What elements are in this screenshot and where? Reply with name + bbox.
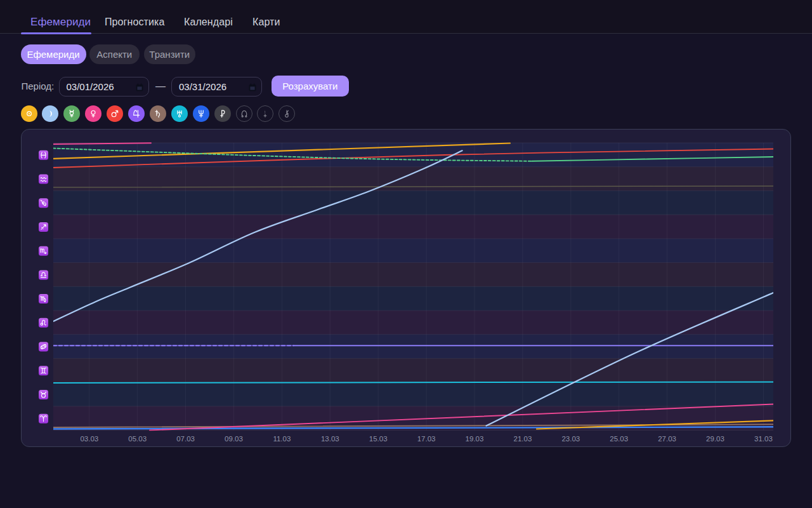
- svg-text:21.03: 21.03: [514, 435, 532, 443]
- svg-text:09.03: 09.03: [225, 435, 243, 443]
- svg-text:05.03: 05.03: [128, 435, 147, 443]
- svg-text:27.03: 27.03: [658, 435, 676, 443]
- svg-text:25.03: 25.03: [610, 435, 628, 443]
- svg-text:29.03: 29.03: [706, 435, 724, 443]
- svg-text:03.03: 03.03: [80, 435, 98, 443]
- svg-text:19.03: 19.03: [466, 435, 484, 443]
- svg-text:11.03: 11.03: [273, 435, 291, 443]
- svg-text:17.03: 17.03: [417, 435, 436, 443]
- svg-text:15.03: 15.03: [369, 435, 388, 443]
- svg-text:07.03: 07.03: [176, 435, 195, 443]
- svg-text:13.03: 13.03: [321, 435, 339, 443]
- svg-text:31.03: 31.03: [754, 435, 773, 443]
- svg-text:23.03: 23.03: [561, 435, 580, 443]
